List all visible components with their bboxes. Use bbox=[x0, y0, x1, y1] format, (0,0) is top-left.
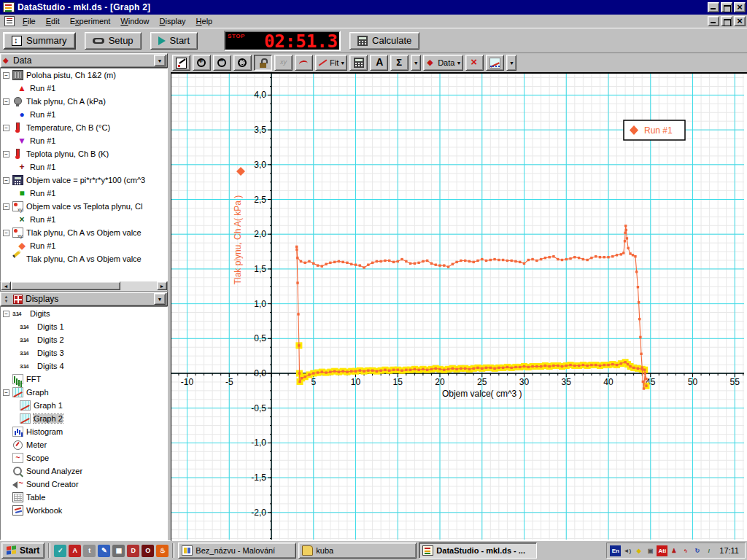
menu-help[interactable]: Help bbox=[191, 15, 218, 27]
graph-settings-button[interactable] bbox=[486, 55, 504, 71]
scale-to-fit-button[interactable] bbox=[172, 55, 190, 71]
start-button[interactable]: Start bbox=[150, 32, 198, 50]
displays-panel-dropdown[interactable]: ▼ bbox=[154, 293, 166, 305]
quicklaunch-bird-icon[interactable]: t bbox=[83, 545, 96, 557]
minimize-button[interactable] bbox=[708, 2, 719, 12]
antivirus-icon[interactable]: ◆ bbox=[633, 545, 644, 556]
plot-area[interactable]: -10-5510152025303540455055-2,0-1,5-1,0-0… bbox=[171, 72, 747, 541]
expander-box[interactable]: − bbox=[3, 98, 9, 105]
zoom-out-button[interactable] bbox=[213, 55, 231, 71]
display-subitem[interactable]: 3.14Digits 3 bbox=[1, 346, 167, 359]
graph-settings-dropdown[interactable]: ▼ bbox=[506, 55, 516, 71]
zoom-in-button[interactable] bbox=[193, 55, 211, 71]
child-window-icon[interactable] bbox=[4, 16, 15, 26]
ati-icon[interactable]: Ati bbox=[657, 545, 667, 556]
scroll-left-arrow[interactable]: ◄ bbox=[1, 281, 11, 290]
sync-icon[interactable]: ↻ bbox=[692, 545, 703, 556]
display-item[interactable]: Sound Creator bbox=[1, 478, 167, 491]
scroll-right-arrow[interactable]: ► bbox=[157, 281, 167, 290]
expander-box[interactable]: − bbox=[3, 203, 9, 210]
expander-box[interactable]: − bbox=[3, 311, 9, 317]
data-item[interactable]: −Tlak plynu, Ch A vs Objem valce bbox=[1, 226, 167, 239]
quicklaunch-fire-icon[interactable]: ♨ bbox=[156, 545, 169, 557]
summary-button[interactable]: Summary bbox=[3, 32, 76, 50]
run-item[interactable]: +Run #1 bbox=[1, 160, 167, 174]
display-item[interactable]: Workbook bbox=[1, 504, 167, 517]
task-button[interactable]: kuba bbox=[298, 542, 417, 559]
display-item[interactable]: Table bbox=[1, 491, 167, 504]
graph-canvas[interactable]: -10-5510152025303540455055-2,0-1,5-1,0-0… bbox=[171, 74, 744, 540]
display-subitem[interactable]: 3.14Digits 4 bbox=[1, 359, 167, 373]
delete-button[interactable] bbox=[465, 55, 484, 71]
display-subitem[interactable]: Graph 1 bbox=[1, 399, 167, 412]
run-item[interactable]: ■Run #1 bbox=[1, 187, 167, 200]
quicklaunch-editor-icon[interactable]: ✎ bbox=[98, 545, 110, 557]
data-item[interactable]: −Objem valce = pi*r*r*y*100 (cm^3 bbox=[1, 174, 167, 187]
data-item[interactable]: Tlak plynu, Ch A vs Objem valce bbox=[1, 252, 167, 265]
scroll-thumb[interactable] bbox=[11, 281, 120, 290]
data-tree-hscrollbar[interactable]: ◄ ► bbox=[0, 281, 168, 292]
power-icon[interactable]: ϟ bbox=[680, 545, 691, 556]
expander-box[interactable]: − bbox=[3, 389, 9, 396]
agent-icon[interactable]: ♟ bbox=[668, 545, 679, 556]
start-menu-button[interactable]: Start bbox=[1, 542, 44, 559]
calculate-button[interactable]: Calculate bbox=[349, 32, 419, 50]
data-menu-button[interactable]: Data▼ bbox=[423, 55, 463, 71]
splitter-handle[interactable]: ▲▼ bbox=[2, 295, 10, 304]
run-item[interactable]: ×Run #1 bbox=[1, 213, 167, 226]
quicklaunch-opera-icon[interactable]: O bbox=[142, 545, 154, 557]
quicklaunch-calculator-icon[interactable]: ▦ bbox=[112, 545, 125, 557]
menu-edit[interactable]: Edit bbox=[41, 15, 65, 27]
display-item[interactable]: Meter bbox=[1, 438, 167, 451]
data-item[interactable]: −Objem valce vs Teplota plynu, Cl bbox=[1, 200, 167, 213]
task-button[interactable]: DataStudio - mkl.ds - ... bbox=[419, 542, 537, 559]
data-panel-header[interactable]: Data ▼ bbox=[0, 53, 168, 68]
lock-axes-button[interactable] bbox=[254, 55, 272, 71]
quicklaunch-acrobat-icon[interactable]: A bbox=[69, 545, 81, 557]
run-item[interactable]: ◆Run #1 bbox=[1, 239, 167, 252]
display-subitem[interactable]: Graph 2 bbox=[1, 412, 167, 425]
display-item[interactable]: −Graph bbox=[1, 386, 167, 399]
run-item[interactable]: ▼Run #1 bbox=[1, 134, 167, 147]
text-tool-button[interactable] bbox=[370, 55, 388, 71]
display-item[interactable]: Scope bbox=[1, 451, 167, 464]
expander-box[interactable]: − bbox=[3, 151, 9, 158]
volume-icon[interactable]: ◄) bbox=[622, 545, 632, 556]
run-item[interactable]: ●Run #1 bbox=[1, 108, 167, 121]
task-button[interactable]: Bez_názvu - Malování bbox=[178, 542, 296, 559]
display-item[interactable]: Histogram bbox=[1, 425, 167, 438]
statistics-button[interactable] bbox=[390, 55, 409, 71]
display-item[interactable]: FFT bbox=[1, 373, 167, 386]
legend[interactable]: Run #1 bbox=[624, 120, 685, 140]
run-item[interactable]: ▲Run #1 bbox=[1, 82, 167, 95]
fit-menu-button[interactable]: Fit▼ bbox=[315, 55, 347, 71]
menu-experiment[interactable]: Experiment bbox=[65, 15, 116, 27]
data-item[interactable]: −Temperature, Ch B (°C) bbox=[1, 121, 167, 134]
expander-box[interactable]: − bbox=[3, 230, 9, 236]
keyboard-layout-icon[interactable]: En bbox=[610, 545, 621, 556]
smart-tool-button[interactable] bbox=[295, 55, 313, 71]
quicklaunch-notes-icon[interactable]: ✓ bbox=[54, 545, 66, 557]
close-button[interactable] bbox=[734, 2, 746, 12]
data-item[interactable]: −Teplota plynu, Ch B (K) bbox=[1, 147, 167, 160]
zoom-select-button[interactable] bbox=[233, 55, 252, 71]
data-item[interactable]: −Poloha pistu, Ch 1&2 (m) bbox=[1, 69, 167, 82]
display-item[interactable]: Sound Analyzer bbox=[1, 464, 167, 478]
menu-window[interactable]: Window bbox=[115, 15, 154, 27]
menu-display[interactable]: Display bbox=[155, 15, 191, 27]
child-minimize-button[interactable] bbox=[708, 16, 719, 26]
quicklaunch-dragon-icon[interactable]: D bbox=[127, 545, 139, 557]
child-restore-button[interactable] bbox=[721, 16, 732, 26]
display-subitem[interactable]: 3.14Digits 1 bbox=[1, 320, 167, 333]
displays-panel-header[interactable]: ▲▼ Displays ▼ bbox=[0, 292, 168, 306]
pen-tool-icon[interactable]: / bbox=[703, 545, 714, 556]
calculator-button[interactable] bbox=[349, 55, 368, 71]
data-item[interactable]: −Tlak plynu, Ch A (kPa) bbox=[1, 95, 167, 108]
expander-box[interactable]: − bbox=[3, 177, 9, 184]
setup-button[interactable]: Setup bbox=[85, 32, 142, 50]
expander-box[interactable]: − bbox=[3, 72, 9, 79]
scheduler-icon[interactable]: ▣ bbox=[645, 545, 656, 556]
menu-file[interactable]: File bbox=[18, 15, 41, 27]
data-panel-dropdown[interactable]: ▼ bbox=[154, 55, 166, 66]
expander-box[interactable]: − bbox=[3, 125, 9, 131]
